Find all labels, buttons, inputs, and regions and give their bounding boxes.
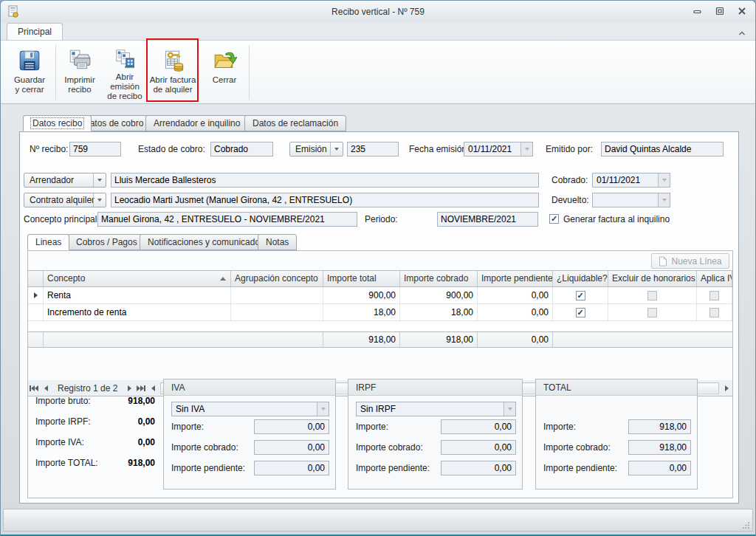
new-document-icon — [659, 256, 667, 267]
arrendador-field[interactable]: Lluis Mercade Ballesteros — [111, 173, 539, 188]
column-header-importe-total[interactable]: Importe total — [323, 271, 400, 286]
aplica-iva-checkbox — [709, 291, 719, 300]
open-receipt-emission-button[interactable]: Abrir emisiónde recibo — [103, 44, 147, 101]
restore-button[interactable] — [714, 6, 726, 16]
num-recibo-label: Nº recibo: — [30, 142, 68, 157]
iva-importe-cobrado-field[interactable]: 0,00 — [254, 440, 329, 455]
dropdown-arrow-icon — [330, 142, 343, 156]
dropdown-arrow-icon — [317, 402, 329, 416]
app-window: Recibo vertical - Nº 759 Principal — [0, 0, 756, 536]
ribbon-toolbar: Guardary cerrar Imprimirrecibo — [1, 40, 755, 104]
sort-ascending-icon — [220, 277, 226, 281]
pager-next-button[interactable] — [123, 382, 135, 395]
column-header-concepto[interactable]: Concepto — [44, 271, 231, 286]
importe-bruto-value: 918,00 — [111, 396, 155, 406]
arrendador-dropdown-button[interactable]: Arrendador — [24, 173, 106, 188]
row-indicator-icon — [28, 287, 44, 303]
minimize-button[interactable] — [692, 6, 704, 16]
main-tab-strip: Datos recibo Datos de cobro Arrendador e… — [1, 115, 755, 131]
column-header-liquidable[interactable]: ¿Liquidable? — [553, 271, 608, 286]
dropdown-arrow-icon — [93, 173, 106, 187]
hscroll-right-button[interactable] — [721, 382, 732, 395]
close-form-button[interactable]: Cerrar — [205, 44, 244, 101]
pager-prev-button[interactable] — [40, 382, 52, 395]
tab-arrendador-e-inquilino[interactable]: Arrendador e inquilino — [145, 115, 248, 131]
importe-irpf-label: Importe IRPF: — [35, 416, 91, 427]
dropdown-arrow-icon — [520, 142, 532, 156]
ribbon-tab-strip: Principal — [1, 23, 755, 40]
collapse-ribbon-icon[interactable] — [738, 27, 746, 36]
ribbon-tab-principal[interactable]: Principal — [7, 23, 63, 40]
column-header-excluir[interactable]: Excluir de honorarios — [608, 271, 697, 286]
grid-row-incremento[interactable]: Incremento de renta 18,00 18,00 0,00 — [28, 304, 732, 321]
emision-dropdown-button[interactable]: Emisión — [289, 142, 343, 157]
pager-first-button[interactable] — [28, 382, 40, 395]
save-icon — [17, 48, 42, 73]
pager-last-button[interactable] — [135, 382, 147, 395]
liquidable-checkbox[interactable] — [576, 308, 585, 317]
total-importe-cobrado-field[interactable]: 918,00 — [628, 440, 691, 455]
aplica-iva-checkbox — [709, 308, 719, 317]
status-bar — [3, 509, 753, 532]
tab-datos-de-reclamacion[interactable]: Datos de reclamación — [244, 115, 346, 131]
grid-row-renta[interactable]: Renta 900,00 900,00 0,00 — [28, 287, 732, 304]
contrato-alquiler-dropdown-button[interactable]: Contrato alquiler — [24, 193, 106, 207]
column-header-aplica-iva[interactable]: Aplica IVA — [697, 271, 732, 286]
dropdown-arrow-icon — [93, 193, 106, 207]
print-receipt-button[interactable]: Imprimirrecibo — [58, 44, 101, 101]
irpf-importe-field[interactable]: 0,00 — [441, 419, 516, 434]
tab-cobros-pagos[interactable]: Cobros / Pagos — [68, 234, 145, 250]
devuelto-label: Devuelto: — [551, 193, 589, 207]
periodo-label: Periodo: — [365, 212, 398, 227]
irpf-importe-pendiente-field[interactable]: 0,00 — [441, 461, 516, 475]
tab-lineas[interactable]: Lineas — [27, 234, 69, 250]
dropdown-arrow-icon — [658, 173, 670, 187]
toolbar-separator — [55, 45, 56, 100]
num-recibo-field[interactable]: 759 — [69, 142, 121, 157]
tab-notas[interactable]: Notas — [258, 234, 297, 250]
lineas-grid: Concepto Agrupación concepto Importe tot… — [28, 270, 732, 348]
fecha-emision-label: Fecha emisión: — [409, 142, 469, 157]
excluir-honorarios-checkbox — [647, 308, 657, 317]
total-importe-pendiente-field[interactable]: 0,00 — [628, 461, 691, 475]
invoice-key-icon — [160, 48, 185, 73]
tab-datos-recibo[interactable]: Datos recibo — [23, 115, 92, 131]
close-folder-icon — [212, 48, 237, 73]
importe-iva-value: 0,00 — [111, 437, 155, 447]
column-header-importe-cobrado[interactable]: Importe cobrado — [400, 271, 478, 286]
grid-summary-row: 918,00 918,00 0,00 — [28, 331, 732, 347]
emision-number-field[interactable]: 235 — [347, 142, 399, 157]
hscroll-left-button[interactable] — [147, 382, 159, 395]
tab-notificaciones[interactable]: Notificaciones y comunicados — [140, 234, 272, 250]
total-importe-field[interactable]: 918,00 — [628, 419, 691, 434]
concepto-principal-field[interactable]: Manuel Girona, 42 , ENTRESUELO - NOVIEMB… — [97, 212, 357, 227]
fecha-emision-datepicker: 01/11/2021 — [464, 142, 533, 157]
resize-grip-icon[interactable] — [743, 521, 750, 529]
iva-combo: Sin IVA — [171, 402, 329, 416]
total-title: TOTAL — [536, 379, 697, 396]
estado-cobro-label: Estado de cobro: — [138, 142, 205, 157]
column-header-agrupacion[interactable]: Agrupación concepto — [231, 271, 323, 286]
open-rental-invoice-button[interactable]: Abrir facturade alquiler — [149, 44, 196, 101]
periodo-field[interactable]: NOVIEMBRE/2021 — [437, 212, 538, 227]
lineas-panel: Nueva Línea Concepto Agrupación concepto… — [27, 250, 733, 498]
iva-title: IVA — [164, 379, 335, 396]
new-line-button: Nueva Línea — [651, 253, 729, 269]
grid-indicator-header — [28, 271, 44, 286]
dropdown-arrow-icon — [504, 402, 515, 416]
iva-importe-field[interactable]: 0,00 — [254, 419, 329, 434]
close-button[interactable] — [736, 6, 748, 16]
liquidable-checkbox[interactable] — [576, 291, 585, 300]
column-header-importe-pendiente[interactable]: Importe pendiente — [478, 271, 553, 286]
emitido-por-field[interactable]: David Quintas Alcalde — [601, 142, 724, 157]
cobrado-label: Cobrado: — [551, 173, 588, 188]
irpf-importe-cobrado-field[interactable]: 0,00 — [441, 440, 516, 455]
generar-factura-checkbox[interactable] — [549, 214, 559, 224]
grid-header-row: Concepto Agrupación concepto Importe tot… — [28, 271, 732, 287]
generar-factura-label: Generar factura al inquilino — [563, 212, 670, 227]
estado-cobro-field[interactable]: Cobrado — [210, 142, 273, 157]
iva-importe-pendiente-field[interactable]: 0,00 — [254, 461, 329, 475]
contrato-alquiler-field[interactable]: Leocadio Marti Jusmet (Manuel Girona, 42… — [111, 193, 539, 207]
save-and-close-button[interactable]: Guardary cerrar — [7, 44, 52, 101]
importe-total-value: 918,00 — [111, 458, 155, 468]
